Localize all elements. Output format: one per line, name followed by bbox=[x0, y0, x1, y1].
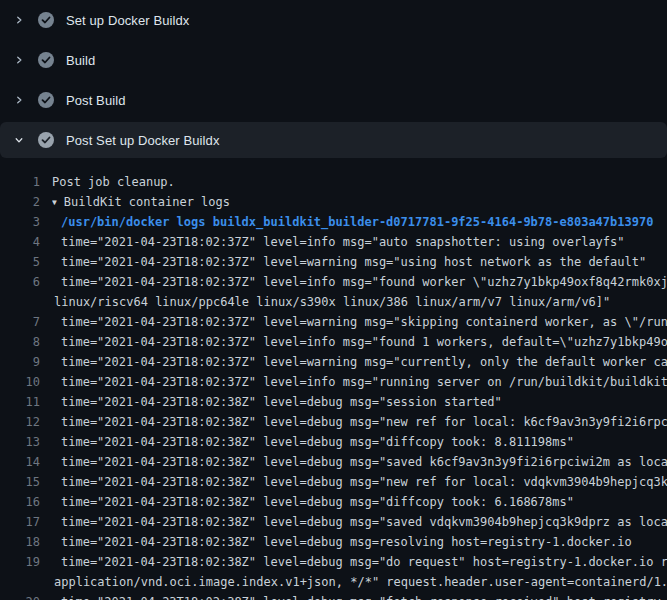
log-line: 13time="2021-04-23T18:02:38Z" level=debu… bbox=[0, 432, 667, 452]
step-label: Build bbox=[66, 53, 95, 68]
log-line-number[interactable]: 12 bbox=[0, 412, 40, 432]
log-line-number[interactable]: 13 bbox=[0, 432, 40, 452]
log-line: 2▼BuildKit container logs bbox=[0, 192, 667, 212]
check-circle-icon bbox=[38, 92, 54, 108]
step-row-post-build[interactable]: Post Build bbox=[0, 80, 667, 120]
log-line: 12time="2021-04-23T18:02:38Z" level=debu… bbox=[0, 412, 667, 432]
log-line-number[interactable]: 2 bbox=[0, 192, 40, 212]
log-text: time="2021-04-23T18:02:37Z" level=info m… bbox=[61, 332, 667, 352]
log-line: 8time="2021-04-23T18:02:37Z" level=info … bbox=[0, 332, 667, 352]
log-line: 16time="2021-04-23T18:02:38Z" level=debu… bbox=[0, 492, 667, 512]
log-line-number[interactable]: 9 bbox=[0, 352, 40, 372]
log-line: 17time="2021-04-23T18:02:38Z" level=debu… bbox=[0, 512, 667, 532]
log-line: 4time="2021-04-23T18:02:37Z" level=info … bbox=[0, 232, 667, 252]
chevron-right-icon[interactable] bbox=[12, 12, 26, 28]
log-command-text: /usr/bin/docker logs buildx_buildkit_bui… bbox=[61, 212, 653, 232]
log-line-number[interactable]: 3 bbox=[0, 212, 40, 232]
log-line: 15time="2021-04-23T18:02:38Z" level=debu… bbox=[0, 472, 667, 492]
step-row-build[interactable]: Build bbox=[0, 40, 667, 80]
log-line-number[interactable]: 10 bbox=[0, 372, 40, 392]
chevron-right-icon[interactable] bbox=[12, 92, 26, 108]
log-text: time="2021-04-23T18:02:38Z" level=debug … bbox=[61, 552, 667, 572]
log-text: time="2021-04-23T18:02:38Z" level=debug … bbox=[61, 432, 574, 452]
log-line-number[interactable]: 14 bbox=[0, 452, 40, 472]
log-line-number[interactable]: 4 bbox=[0, 232, 40, 252]
log-line-number[interactable]: 19 bbox=[0, 552, 40, 572]
log-line-continuation: application/vnd.oci.image.index.v1+json,… bbox=[0, 572, 667, 592]
log-line: 10time="2021-04-23T18:02:37Z" level=info… bbox=[0, 372, 667, 392]
log-text: time="2021-04-23T18:02:37Z" level=warnin… bbox=[61, 252, 646, 272]
log-line-number[interactable]: 18 bbox=[0, 532, 40, 552]
chevron-right-icon[interactable] bbox=[12, 52, 26, 68]
log-line-number[interactable]: 15 bbox=[0, 472, 40, 492]
log-line: 18time="2021-04-23T18:02:38Z" level=debu… bbox=[0, 532, 667, 552]
log-line-number[interactable]: 7 bbox=[0, 312, 40, 332]
log-text: time="2021-04-23T18:02:37Z" level=info m… bbox=[61, 232, 625, 252]
log-text: time="2021-04-23T18:02:37Z" level=warnin… bbox=[61, 352, 667, 372]
log-line: 5time="2021-04-23T18:02:37Z" level=warni… bbox=[0, 252, 667, 272]
log-line: 11time="2021-04-23T18:02:38Z" level=debu… bbox=[0, 392, 667, 412]
log-group-label: BuildKit container logs bbox=[64, 195, 230, 209]
log-line-number[interactable]: 1 bbox=[0, 172, 40, 192]
log-line-number[interactable]: 11 bbox=[0, 392, 40, 412]
log-text: time="2021-04-23T18:02:37Z" level=info m… bbox=[61, 372, 667, 392]
check-circle-icon bbox=[38, 52, 54, 68]
log-text: time="2021-04-23T18:02:38Z" level=debug … bbox=[61, 592, 667, 600]
step-label: Post Build bbox=[66, 93, 126, 108]
log-text: time="2021-04-23T18:02:38Z" level=debug … bbox=[61, 452, 667, 472]
step-row-setup-docker-buildx[interactable]: Set up Docker Buildx bbox=[0, 0, 667, 40]
log-text: time="2021-04-23T18:02:37Z" level=warnin… bbox=[61, 312, 667, 332]
log-text: time="2021-04-23T18:02:38Z" level=debug … bbox=[61, 472, 667, 492]
step-row-post-setup-docker-buildx[interactable]: Post Set up Docker Buildx bbox=[0, 122, 667, 158]
log-line: 14time="2021-04-23T18:02:38Z" level=debu… bbox=[0, 452, 667, 472]
log-text: time="2021-04-23T18:02:37Z" level=info m… bbox=[61, 272, 667, 292]
log-line-number[interactable]: 8 bbox=[0, 332, 40, 352]
log-line-number bbox=[0, 292, 40, 312]
log-text: time="2021-04-23T18:02:38Z" level=debug … bbox=[61, 512, 667, 532]
log-line-continuation: linux/riscv64 linux/ppc64le linux/s390x … bbox=[0, 292, 667, 312]
log-text: Post job cleanup. bbox=[52, 172, 175, 192]
actions-log-viewer: Set up Docker Buildx Build Post Build bbox=[0, 0, 667, 600]
log-line-number[interactable]: 17 bbox=[0, 512, 40, 532]
check-circle-icon bbox=[38, 132, 54, 148]
step-label: Post Set up Docker Buildx bbox=[66, 133, 220, 148]
log-line: 6time="2021-04-23T18:02:37Z" level=info … bbox=[0, 272, 667, 292]
check-circle-icon bbox=[38, 12, 54, 28]
log-text: time="2021-04-23T18:02:38Z" level=debug … bbox=[61, 412, 667, 432]
log-output: 1Post job cleanup.2▼BuildKit container l… bbox=[0, 160, 667, 600]
log-line-number[interactable]: 20 bbox=[0, 592, 40, 600]
log-line: 1Post job cleanup. bbox=[0, 172, 667, 192]
log-line-number[interactable]: 16 bbox=[0, 492, 40, 512]
log-text: time="2021-04-23T18:02:38Z" level=debug … bbox=[61, 492, 574, 512]
log-group-toggle[interactable]: ▼BuildKit container logs bbox=[52, 192, 230, 212]
log-line: 9time="2021-04-23T18:02:37Z" level=warni… bbox=[0, 352, 667, 372]
log-text: time="2021-04-23T18:02:38Z" level=debug … bbox=[61, 532, 632, 552]
log-text-wrapped: linux/riscv64 linux/ppc64le linux/s390x … bbox=[54, 292, 610, 312]
chevron-down-icon[interactable] bbox=[12, 132, 26, 148]
log-line-number[interactable]: 5 bbox=[0, 252, 40, 272]
log-line: 19time="2021-04-23T18:02:38Z" level=debu… bbox=[0, 552, 667, 572]
log-line-number[interactable]: 6 bbox=[0, 272, 40, 292]
log-line: 20time="2021-04-23T18:02:38Z" level=debu… bbox=[0, 592, 667, 600]
log-line: 7time="2021-04-23T18:02:37Z" level=warni… bbox=[0, 312, 667, 332]
step-list: Set up Docker Buildx Build Post Build bbox=[0, 0, 667, 158]
log-text: time="2021-04-23T18:02:38Z" level=debug … bbox=[61, 392, 502, 412]
log-line: 3/usr/bin/docker logs buildx_buildkit_bu… bbox=[0, 212, 667, 232]
log-text-wrapped: application/vnd.oci.image.index.v1+json,… bbox=[54, 572, 667, 592]
step-label: Set up Docker Buildx bbox=[66, 13, 189, 28]
group-expanded-triangle-icon[interactable]: ▼ bbox=[52, 193, 57, 212]
log-line-number bbox=[0, 572, 40, 592]
